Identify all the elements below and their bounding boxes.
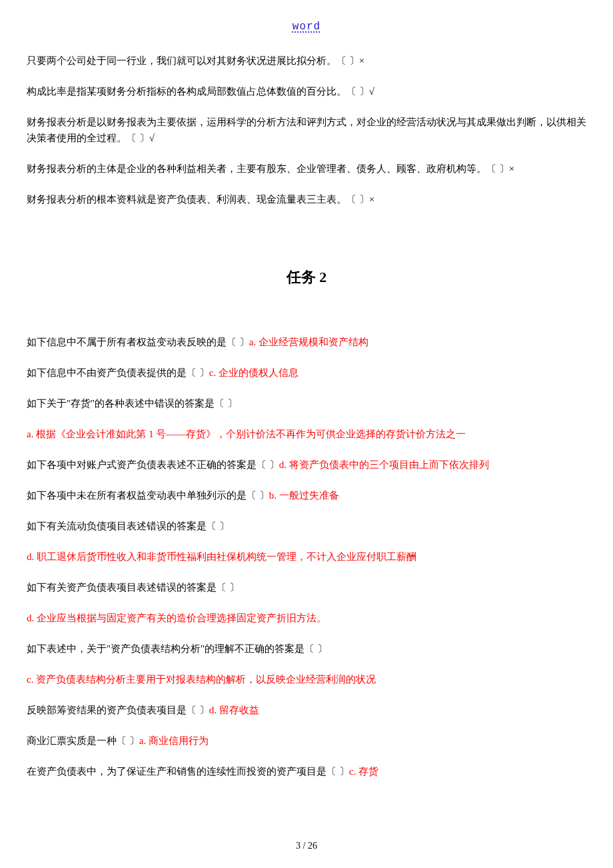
page-number-total: 26 xyxy=(308,841,317,851)
header-label: word xyxy=(293,21,320,33)
mc-stem: 如下有关流动负债项目表述错误的答案是〔 〕 xyxy=(27,521,229,531)
tf-question-2: 构成比率是指某项财务分析指标的各构成局部数值占总体数值的百分比。〔 〕√ xyxy=(27,83,586,99)
tf-question-4: 财务报表分析的主体是企业的各种利益相关者，主要有股东、企业管理者、债务人、顾客、… xyxy=(27,161,586,177)
mc-answer-7: d. 企业应当根据与固定资产有关的造价合理选择固定资产折旧方法。 xyxy=(27,610,586,626)
mc-answer: d. 将资产负债表中的三个项目由上而下依次排列 xyxy=(279,459,489,470)
mc-stem: 如下有关资产负债表项目表述错误的答案是〔 〕 xyxy=(27,582,239,593)
mc-stem: 如下信息中不由资产负债表提供的是〔 〕 xyxy=(27,367,209,378)
section-title: 任务 2 xyxy=(27,267,586,287)
mc-stem: 如下信息中不属于所有者权益变动表反映的是〔 〕 xyxy=(27,337,249,347)
mc-question-3: 如下关于"存货"的各种表述中错误的答案是〔 〕 xyxy=(27,395,586,411)
mc-question-4: 如下各项中对账户式资产负债表表述不正确的答案是〔 〕d. 将资产负债表中的三个项… xyxy=(27,457,586,473)
tf-question-3: 财务报表分析是以财务报表为主要依据，运用科学的分析方法和评判方式，对企业的经营活… xyxy=(27,114,586,146)
mc-question-11: 在资产负债表中，为了保证生产和销售的连续性而投资的资产项目是〔 〕c. 存货 xyxy=(27,763,586,779)
mc-answer: a. 企业经营规模和资产结构 xyxy=(249,337,368,347)
mc-answer-6: d. 职工退休后货币性收入和非货币性福利由社保机构统一管理，不计入企业应付职工薪… xyxy=(27,549,586,565)
mc-answer: a. 商业信用行为 xyxy=(139,735,209,746)
mc-answer: c. 企业的债权人信息 xyxy=(209,367,299,378)
tf-question-1: 只要两个公司处于同一行业，我们就可以对其财务状况进展比拟分析。〔 〕× xyxy=(27,53,586,69)
mc-stem: 如下各项中未在所有者权益变动表中单独列示的是〔 〕 xyxy=(27,490,269,501)
page-header: word xyxy=(27,20,586,33)
mc-answer-8: c. 资产负债表结构分析主要用于对报表结构的解析，以反映企业经营利润的状况 xyxy=(27,671,586,687)
mc-question-2: 如下信息中不由资产负债表提供的是〔 〕c. 企业的债权人信息 xyxy=(27,365,586,381)
mc-answer: c. 存货 xyxy=(349,766,378,777)
page-number-sep: / xyxy=(301,841,308,851)
mc-question-5: 如下各项中未在所有者权益变动表中单独列示的是〔 〕b. 一般过失准备 xyxy=(27,487,586,503)
mc-question-10: 商业汇票实质是一种〔 〕a. 商业信用行为 xyxy=(27,733,586,749)
mc-answer: d. 留存收益 xyxy=(209,705,259,715)
mc-stem: 如下各项中对账户式资产负债表表述不正确的答案是〔 〕 xyxy=(27,459,279,470)
mc-stem: 商业汇票实质是一种〔 〕 xyxy=(27,735,139,746)
mc-question-6: 如下有关流动负债项目表述错误的答案是〔 〕 xyxy=(27,518,586,534)
mc-answer: b. 一般过失准备 xyxy=(269,490,339,501)
page-number-current: 3 xyxy=(296,841,301,851)
mc-stem: 如下表述中，关于"资产负债表结构分析"的理解不正确的答案是〔 〕 xyxy=(27,643,327,654)
mc-answer-3: a. 根据《企业会计准如此第 1 号——存货》，个别计价法不再作为可供企业选择的… xyxy=(27,426,586,442)
mc-question-8: 如下表述中，关于"资产负债表结构分析"的理解不正确的答案是〔 〕 xyxy=(27,641,586,657)
page-footer: 3 / 26 xyxy=(0,841,613,851)
mc-stem: 如下关于"存货"的各种表述中错误的答案是〔 〕 xyxy=(27,398,237,409)
mc-stem: 在资产负债表中，为了保证生产和销售的连续性而投资的资产项目是〔 〕 xyxy=(27,766,349,777)
mc-question-7: 如下有关资产负债表项目表述错误的答案是〔 〕 xyxy=(27,579,586,595)
mc-stem: 反映部筹资结果的资产负债表项目是〔 〕 xyxy=(27,705,209,715)
document-page: word 只要两个公司处于同一行业，我们就可以对其财务状况进展比拟分析。〔 〕×… xyxy=(0,0,613,868)
tf-question-5: 财务报表分析的根本资料就是资产负债表、利润表、现金流量表三主表。〔 〕× xyxy=(27,191,586,207)
mc-question-1: 如下信息中不属于所有者权益变动表反映的是〔 〕a. 企业经营规模和资产结构 xyxy=(27,334,586,350)
mc-question-9: 反映部筹资结果的资产负债表项目是〔 〕d. 留存收益 xyxy=(27,702,586,718)
